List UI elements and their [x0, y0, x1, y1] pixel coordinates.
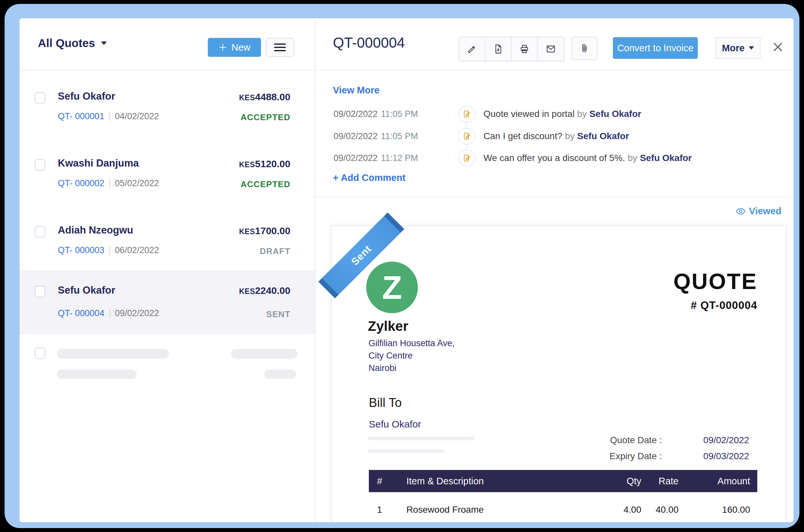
- view-more-link[interactable]: View More: [333, 85, 380, 96]
- col-amount: Amount: [717, 476, 750, 487]
- quote-amount: KES5120.00: [239, 158, 291, 170]
- items-table-header: # Item & Description Qty Rate Amount: [369, 470, 757, 492]
- row-checkbox[interactable]: [35, 226, 45, 238]
- activity-author: Sefu Okafor: [577, 131, 629, 141]
- quotes-filter-dropdown[interactable]: All Quotes: [38, 37, 107, 50]
- activity-time: 11:12 PM: [381, 153, 418, 163]
- row-checkbox[interactable]: [35, 347, 45, 359]
- quote-amount: KES1700.00: [239, 225, 291, 236]
- printer-icon: [519, 44, 529, 54]
- attachments-button[interactable]: [572, 37, 598, 60]
- envelope-icon: [546, 44, 556, 54]
- plus-icon: [218, 43, 227, 52]
- add-comment-link[interactable]: + Add Comment: [333, 172, 406, 183]
- col-rate: Rate: [659, 476, 678, 487]
- quote-subline: QT- 000004 09/02/2022: [58, 308, 159, 318]
- quote-subline: QT- 000001 04/02/2022: [58, 111, 159, 121]
- col-sno: #: [377, 476, 382, 487]
- chevron-down-icon: [749, 46, 754, 50]
- list-options-button[interactable]: [266, 38, 294, 57]
- activity-text: We can offer you a discount of 5%.bySefu…: [484, 153, 692, 163]
- quote-document-preview: Sent Z Zylker Gilfilian Housetta Ave, Ci…: [331, 225, 786, 522]
- activity-author: Sefu Okafor: [590, 109, 641, 119]
- quote-number-link[interactable]: QT- 000001: [58, 111, 105, 121]
- activity-date: 09/02/2022: [334, 153, 378, 163]
- quote-row[interactable]: Kwashi Danjuma KES5120.00 QT- 000002 05/…: [20, 149, 315, 216]
- quote-date-value: 09/02/2022: [704, 435, 749, 445]
- document-number: # QT-000004: [691, 299, 757, 311]
- pdf-file-icon: [493, 44, 503, 54]
- detail-header: QT-000004: [315, 18, 793, 71]
- divider: [109, 179, 110, 188]
- email-button[interactable]: [538, 37, 564, 61]
- bill-to-label: Bill To: [369, 396, 402, 410]
- eye-icon: [735, 206, 746, 216]
- items-table-row: 1 Rosewood Froame 4.00 40.00 160.00: [369, 502, 757, 518]
- activity-entry: 09/02/2022 11:05 PM Quote viewed in port…: [315, 103, 793, 125]
- activity-date: 09/02/2022: [334, 131, 378, 141]
- quote-number-link[interactable]: QT- 000002: [58, 178, 105, 188]
- bill-to-name: Sefu Okafor: [369, 419, 421, 430]
- item-amount: 160.00: [722, 505, 750, 515]
- skeleton-bar: [57, 349, 169, 359]
- document-type-heading: QUOTE: [673, 268, 757, 294]
- quote-amount: KES4488.00: [239, 92, 291, 102]
- viewed-badge[interactable]: Viewed: [735, 206, 782, 216]
- divider: [109, 246, 110, 255]
- quote-number-link[interactable]: QT- 000004: [58, 308, 105, 318]
- company-address: Gilfilian Housetta Ave, City Centre Nair…: [369, 337, 455, 374]
- pencil-icon: [467, 44, 477, 54]
- activity-author: Sefu Okafor: [640, 153, 692, 163]
- window-frame: All Quotes New Sefu Okafor KES4488.: [4, 4, 800, 528]
- customer-name: Adiah Nzeogwu: [58, 224, 133, 236]
- divider: [109, 112, 110, 121]
- hamburger-icon: [274, 43, 286, 51]
- quote-date: 06/02/2022: [115, 245, 159, 255]
- customer-name: Sefu Okafor: [58, 284, 115, 296]
- more-button[interactable]: More: [715, 37, 761, 59]
- skeleton-bar: [57, 370, 136, 379]
- more-label: More: [722, 43, 745, 54]
- viewed-label: Viewed: [749, 206, 782, 216]
- quote-detail-title: QT-000004: [333, 35, 405, 51]
- close-detail-button[interactable]: [772, 41, 784, 54]
- activity-text: Quote viewed in portalbySefu Okafor: [484, 109, 641, 119]
- quote-subline: QT- 000002 05/02/2022: [58, 178, 159, 188]
- comment-note-icon: [459, 150, 475, 167]
- edit-button[interactable]: [459, 37, 485, 61]
- quote-date-label: Quote Date :: [610, 435, 662, 445]
- quote-date: 09/02/2022: [115, 308, 159, 318]
- quote-number-link[interactable]: QT- 000003: [58, 245, 105, 255]
- row-checkbox[interactable]: [35, 286, 45, 298]
- activity-entry: 09/02/2022 11:05 PM Can I get discount?b…: [315, 125, 793, 147]
- item-sno: 1: [377, 505, 382, 515]
- quote-row[interactable]: Sefu Okafor KES4488.00 QT- 000001 04/02/…: [20, 82, 315, 149]
- item-rate: 40.00: [656, 505, 678, 515]
- activity-entry: 09/02/2022 11:12 PM We can offer you a d…: [315, 147, 793, 169]
- activity-text: Can I get discount?bySefu Okafor: [484, 131, 629, 141]
- skeleton-bar: [264, 370, 296, 379]
- row-checkbox[interactable]: [35, 159, 45, 171]
- col-qty: Qty: [627, 476, 641, 487]
- new-quote-button[interactable]: New: [208, 38, 261, 57]
- quotes-filter-label: All Quotes: [38, 37, 95, 50]
- new-quote-label: New: [231, 42, 250, 53]
- skeleton-bar: [368, 437, 475, 440]
- quotes-list-header: All Quotes New: [20, 18, 315, 71]
- convert-to-invoice-button[interactable]: Convert to Invoice: [613, 37, 698, 59]
- row-checkbox[interactable]: [35, 92, 45, 104]
- comment-note-icon: [459, 106, 475, 122]
- section-divider: [315, 196, 793, 197]
- activity-date: 09/02/2022: [334, 109, 378, 119]
- skeleton-bar: [368, 449, 444, 453]
- quote-row-selected[interactable]: Sefu Okafor KES2240.00 QT- 000004 09/02/…: [20, 270, 315, 335]
- quote-subline: QT- 000003 06/02/2022: [58, 245, 159, 255]
- pdf-button[interactable]: [485, 37, 511, 61]
- print-button[interactable]: [511, 37, 538, 61]
- quote-date: 05/02/2022: [115, 178, 159, 188]
- quote-detail-panel: QT-000004: [315, 18, 793, 522]
- status-badge: ACCEPTED: [240, 179, 291, 189]
- desktop-background: All Quotes New Sefu Okafor KES4488.: [0, 0, 804, 532]
- quotes-list-panel: All Quotes New Sefu Okafor KES4488.: [20, 18, 316, 522]
- status-badge: ACCEPTED: [240, 112, 291, 122]
